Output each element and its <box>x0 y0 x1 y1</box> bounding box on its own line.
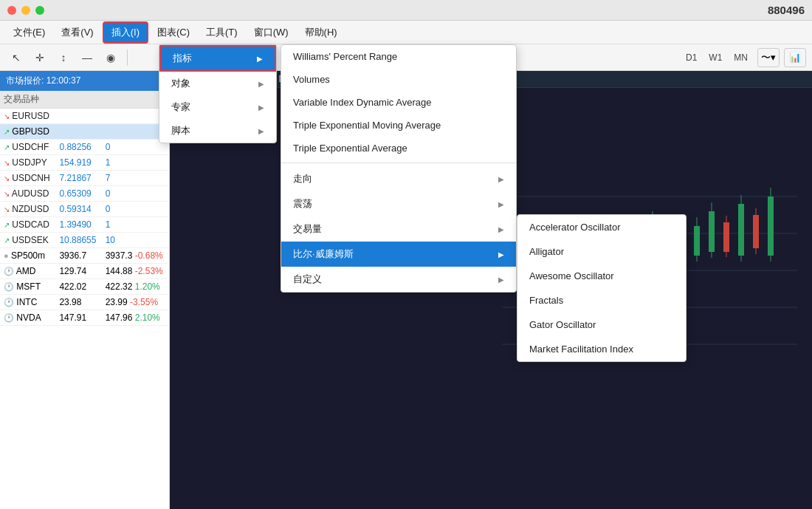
line-chart-btn[interactable]: 〜▾ <box>757 48 780 67</box>
title-bar: 880496 <box>0 0 812 21</box>
bid-cell: 7.21867 <box>55 171 101 186</box>
bw-submenu[interactable]: Accelerator Oscillator Alligator Awesome… <box>517 214 687 362</box>
ind-volumes[interactable]: Volumes <box>281 68 516 91</box>
maximize-button[interactable] <box>35 6 44 15</box>
pct-value: -0.68% <box>135 250 163 261</box>
ask-cell: 0 <box>102 202 169 217</box>
symbol-cell: ↗ USDCHF <box>0 140 55 155</box>
indicators-submenu[interactable]: Williams' Percent Range Volumes Variable… <box>281 44 517 293</box>
market-panel: 市场报价: 12:00:37 交易品种 ↘ EURUSD ↗ GBPUSD ↗ … <box>0 71 170 509</box>
market-row[interactable]: 🕐 MSFT 422.02 422.32 1.20% <box>0 279 169 295</box>
horizontal-tool[interactable]: — <box>77 47 97 68</box>
market-row[interactable]: ↗ USDCHF 0.88256 0 <box>0 140 169 155</box>
symbol-cell: 🕐 AMD <box>0 264 55 279</box>
dot-icon: ● <box>4 251 9 260</box>
submenu-arrow-script: ▶ <box>258 127 264 135</box>
line-tool[interactable]: ↕ <box>53 47 74 68</box>
ind-separator <box>281 163 516 163</box>
arrow-up-icon: ↗ <box>4 236 10 245</box>
menu-window[interactable]: 窗口(W) <box>247 23 296 42</box>
ind-trend[interactable]: 走向 ▶ <box>281 166 516 191</box>
bid-cell: 0.59314 <box>55 202 101 217</box>
ask-cell: 0 <box>102 186 169 202</box>
insert-menu-dropdown[interactable]: 指标 ▶ 对象 ▶ 专家 ▶ 脚本 ▶ <box>159 44 277 143</box>
symbol-cell: 🕐 INTC <box>0 295 55 310</box>
crosshair-tool[interactable]: ✛ <box>30 47 50 68</box>
ind-volume[interactable]: 交易量 ▶ <box>281 216 516 242</box>
market-row[interactable]: ↗ USDCAD 1.39490 1 <box>0 217 169 233</box>
arrow-up-icon: ↗ <box>4 221 10 229</box>
bid-cell: 1.39490 <box>55 217 101 233</box>
submenu-arrow-trend: ▶ <box>498 175 504 183</box>
ind-tema[interactable]: Triple Exponential Moving Average <box>281 114 516 137</box>
market-row[interactable]: 🕐 NVDA 147.91 147.96 2.10% <box>0 310 169 326</box>
market-row[interactable]: ↘ NZDUSD 0.59314 0 <box>0 202 169 217</box>
bw-awesome[interactable]: Awesome Oscillator <box>517 264 686 288</box>
bid-cell: 10.88655 <box>55 233 101 248</box>
menu-view[interactable]: 查看(V) <box>54 23 100 42</box>
ind-custom[interactable]: 自定义 ▶ <box>281 267 516 292</box>
arrow-down-icon: ↘ <box>4 205 10 213</box>
ask-cell: 1 <box>102 155 169 171</box>
symbol-cell: ↗ USDCAD <box>0 217 55 233</box>
ask-pct-cell: 144.88 -2.53% <box>102 264 169 279</box>
ind-vida[interactable]: Variable Index Dynamic Average <box>281 91 516 114</box>
ask-pct-cell: 3937.3 -0.68% <box>102 248 169 264</box>
menu-dd-indicators[interactable]: 指标 ▶ <box>159 45 276 72</box>
close-button[interactable] <box>7 6 16 15</box>
symbol-cell: ↗ GBPUSD <box>0 124 55 140</box>
bid-cell <box>55 124 101 140</box>
ask-cell: 1 <box>102 217 169 233</box>
menu-chart[interactable]: 图表(C) <box>150 23 197 42</box>
bid-cell: 422.02 <box>55 279 101 295</box>
submenu-arrow-custom: ▶ <box>498 276 504 284</box>
timeframe-w1[interactable]: W1 <box>703 50 727 65</box>
market-row[interactable]: ↘ USDJPY 154.919 1 <box>0 155 169 171</box>
bw-accelerator[interactable]: Accelerator Oscillator <box>517 215 686 239</box>
bid-cell: 3936.7 <box>55 248 101 264</box>
menu-insert[interactable]: 插入(I) <box>103 21 148 44</box>
ind-trix[interactable]: Triple Exponential Average <box>281 137 516 160</box>
submenu-arrow-volume: ▶ <box>498 225 504 233</box>
menu-dd-objects[interactable]: 对象 ▶ <box>159 72 276 95</box>
ind-oscillate[interactable]: 震荡 ▶ <box>281 191 516 216</box>
menu-dd-script[interactable]: 脚本 ▶ <box>159 119 276 143</box>
symbol-cell: ● SP500m <box>0 248 55 264</box>
minimize-button[interactable] <box>21 6 30 15</box>
symbol-cell: ↘ EURUSD <box>0 109 55 124</box>
submenu-arrow-oscillate: ▶ <box>498 200 504 208</box>
market-row[interactable]: ↘ AUDUSD 0.65309 0 <box>0 186 169 202</box>
timeframe-mn[interactable]: MN <box>729 50 753 65</box>
timeframe-d1[interactable]: D1 <box>681 50 702 65</box>
menu-tools[interactable]: 工具(T) <box>199 23 245 42</box>
ind-williams[interactable]: Williams' Percent Range <box>281 45 516 68</box>
submenu-arrow-expert: ▶ <box>258 103 264 112</box>
menu-file[interactable]: 文件(E) <box>6 23 52 42</box>
bid-cell: 147.91 <box>55 310 101 326</box>
market-row[interactable]: 🕐 AMD 129.74 144.88 -2.53% <box>0 264 169 279</box>
market-row[interactable]: ● SP500m 3936.7 3937.3 -0.68% <box>0 248 169 264</box>
cursor-tool[interactable]: ↖ <box>6 47 27 68</box>
market-row[interactable]: ↗ USDSEK 10.88655 10 <box>0 233 169 248</box>
bw-gator[interactable]: Gator Oscillator <box>517 312 686 337</box>
clock-icon: 🕐 <box>4 313 14 322</box>
col-bid <box>55 91 101 109</box>
arrow-up-icon: ↗ <box>4 128 10 136</box>
market-row[interactable]: ↘ EURUSD <box>0 109 169 124</box>
market-header: 市场报价: 12:00:37 <box>0 71 169 91</box>
bw-fractals[interactable]: Fractals <box>517 288 686 312</box>
bid-cell: 129.74 <box>55 264 101 279</box>
market-row[interactable]: ↗ GBPUSD <box>0 124 169 140</box>
bw-mfi[interactable]: Market Facilitation Index <box>517 337 686 361</box>
market-row[interactable]: 🕐 INTC 23.98 23.99 -3.55% <box>0 295 169 310</box>
clock-icon: 🕐 <box>4 282 14 291</box>
period-tool[interactable]: ◉ <box>100 47 121 68</box>
market-row[interactable]: ↘ USDCNH 7.21867 7 <box>0 171 169 186</box>
menu-dd-expert[interactable]: 专家 ▶ <box>159 95 276 119</box>
ask-pct-cell: 422.32 1.20% <box>102 279 169 295</box>
bw-alligator[interactable]: Alligator <box>517 239 686 264</box>
menu-help[interactable]: 帮助(H) <box>297 23 345 42</box>
bar-chart-btn[interactable]: 📊 <box>784 48 806 67</box>
symbol-cell: ↗ USDSEK <box>0 233 55 248</box>
ind-billwilliams[interactable]: 比尔·威廉姆斯 ▶ <box>281 242 516 267</box>
